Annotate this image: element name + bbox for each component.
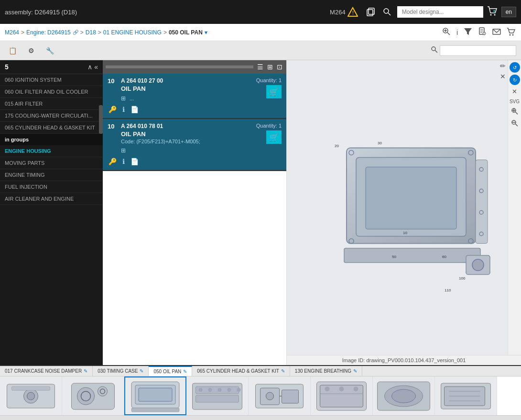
- sidebar-item-cylinder[interactable]: 065 CYLINDER HEAD & GASKET KIT: [0, 122, 103, 134]
- left-sidebar: 5 ∧ « 060 IGNITION SYSTEM 060 OIL FILTER…: [0, 60, 103, 365]
- tab-line[interactable]: 📋: [5, 45, 21, 56]
- image-zoom-in-btn[interactable]: [510, 107, 519, 117]
- sidebar-group-engine-timing[interactable]: ENGINE TIMING: [0, 169, 103, 181]
- breadcrumb-d18[interactable]: D18: [86, 29, 96, 36]
- sidebar-item-cooling[interactable]: 175 COOLING-WATER CIRCULATI...: [0, 110, 103, 122]
- breadcrumb-m264[interactable]: M264: [5, 29, 19, 36]
- thumb-svg-5: [311, 379, 372, 413]
- svg-rect-67: [131, 408, 179, 412]
- thumb-tab-4-edit-icon[interactable]: ✎: [353, 368, 357, 374]
- thumb-img-7[interactable]: [435, 377, 497, 415]
- sidebar-scrollbar[interactable]: [99, 105, 103, 134]
- thumb-tab-2[interactable]: 050 OIL PAN ✎: [149, 366, 192, 376]
- sidebar-item-ignition[interactable]: 060 IGNITION SYSTEM: [0, 74, 103, 86]
- thumb-tab-2-edit-icon[interactable]: ✎: [183, 369, 187, 374]
- info-btn[interactable]: i: [456, 28, 459, 37]
- sidebar-group-fuel-injection[interactable]: FUEL INJECTION: [0, 181, 103, 193]
- copy-icon-btn[interactable]: [364, 5, 377, 19]
- part-1-cart-btn[interactable]: 🛒: [266, 85, 282, 98]
- part-1-table-icon[interactable]: ⊞: [121, 95, 126, 102]
- thumb-scrollbar[interactable]: [0, 415, 521, 420]
- thumb-tab-1-edit-icon[interactable]: ✎: [140, 368, 143, 374]
- zoom-in-btn[interactable]: [441, 26, 452, 39]
- thumb-svg-1: [62, 379, 124, 413]
- thumb-tab-4-label: 130 ENGINE BREATHING: [295, 368, 351, 374]
- thumb-img-4[interactable]: [249, 377, 311, 415]
- model-search-input[interactable]: [397, 6, 483, 18]
- sidebar-group-engine-housing[interactable]: ENGINE HOUSING: [0, 145, 103, 157]
- thumb-tab-3[interactable]: 065 CYLINDER HEAD & GASKET KIT ✎: [192, 366, 290, 376]
- thumb-tab-1[interactable]: 030 TIMING CASE ✎: [93, 366, 149, 376]
- image-sidebar-btn2[interactable]: ↻: [510, 75, 520, 85]
- svg-marker-14: [464, 28, 472, 35]
- sidebar-close-btn[interactable]: «: [94, 63, 98, 71]
- second-search-input[interactable]: [440, 45, 516, 56]
- sidebar-collapse-btn[interactable]: ∧: [87, 63, 92, 71]
- svg-rect-2: [367, 10, 373, 16]
- search-icon-btn[interactable]: [381, 6, 393, 18]
- breadcrumb-engine[interactable]: Engine: D264915: [26, 29, 71, 36]
- image-zoom-out-btn[interactable]: [510, 119, 519, 129]
- thumb-img-1[interactable]: [62, 377, 124, 415]
- breadcrumb-dropdown-btn[interactable]: ▾: [205, 29, 207, 36]
- svg-rect-78: [282, 390, 299, 403]
- diagram-close-btn[interactable]: ✕: [500, 73, 506, 80]
- mail-btn[interactable]: [491, 26, 502, 39]
- part-2-doc-btn[interactable]: 📄: [130, 157, 140, 166]
- second-search-btn[interactable]: [431, 46, 438, 54]
- language-selector[interactable]: en: [501, 7, 516, 17]
- part-1-info-btn[interactable]: ℹ: [121, 105, 126, 114]
- part-2-qty: Quantity: 1 🛒: [256, 123, 282, 144]
- breadcrumb-actions: i 1: [441, 26, 516, 39]
- breadcrumb-engine-housing[interactable]: 01 ENGINE HOUSING: [103, 29, 162, 36]
- svg-text:1: 1: [484, 32, 485, 35]
- part-item-2: 10 A 264 010 78 01 OIL PAN Code: (F205/F…: [103, 119, 286, 171]
- warning-icon-btn[interactable]: !: [346, 5, 360, 19]
- svg-rect-29: [344, 248, 480, 263]
- diagram-edit-btn[interactable]: ✏: [500, 62, 506, 70]
- doc-btn[interactable]: 1: [477, 26, 488, 39]
- expand-view-btn[interactable]: ⊡: [276, 62, 283, 72]
- thumb-svg-7: [435, 379, 497, 413]
- part-1-key-btn[interactable]: 🔑: [108, 105, 118, 114]
- thumb-tab-4[interactable]: 130 ENGINE BREATHING ✎: [290, 366, 362, 376]
- image-sidebar-btn1[interactable]: ↺: [510, 62, 520, 73]
- part-2-cart-btn[interactable]: 🛒: [266, 130, 282, 144]
- thumb-tab-0-edit-icon[interactable]: ✎: [84, 368, 87, 374]
- part-1-doc-btn[interactable]: 📄: [130, 105, 140, 114]
- part-2-info-btn[interactable]: ℹ: [121, 157, 126, 166]
- sidebar-group-moving-parts[interactable]: MOVING PARTS: [0, 157, 103, 169]
- tab-vehicle[interactable]: 🔧: [42, 45, 58, 56]
- thumb-img-5[interactable]: [311, 377, 373, 415]
- filter-btn[interactable]: [463, 26, 473, 39]
- list-view-btn[interactable]: ☰: [256, 62, 264, 72]
- sidebar-item-oil-filter[interactable]: 060 OIL FILTER AND OIL COOLER: [0, 86, 103, 98]
- svg-text:30: 30: [378, 141, 382, 145]
- thumb-img-6[interactable]: [373, 377, 435, 415]
- thumb-img-3[interactable]: [186, 377, 249, 415]
- svg-text:50: 50: [392, 255, 396, 259]
- cart-plus-btn[interactable]: [487, 6, 498, 19]
- thumb-img-2[interactable]: [124, 377, 186, 415]
- grid-view-btn[interactable]: ⊞: [266, 62, 274, 72]
- vehicle-icon: 🔧: [46, 47, 54, 54]
- sidebar-item-air-filter[interactable]: 015 AIR FILTER: [0, 98, 103, 110]
- thumb-svg-3: [186, 379, 248, 413]
- part-2-key-btn[interactable]: 🔑: [108, 157, 118, 166]
- thumb-tab-0[interactable]: 017 CRANKCASE NOISE DAMPER ✎: [0, 366, 93, 376]
- part-1-qty: Quantity: 1 🛒: [256, 77, 282, 98]
- part-2-table-icon[interactable]: ⊞: [121, 147, 126, 154]
- part-1-code: A 264 010 27 00: [121, 77, 252, 84]
- second-nav: 📋 ⚙ 🔧: [0, 41, 521, 60]
- image-close-x-btn[interactable]: ✕: [511, 87, 518, 96]
- engine-link-icon[interactable]: 🔗: [73, 30, 78, 35]
- svg-text:20: 20: [335, 144, 339, 148]
- svg-point-89: [392, 389, 416, 403]
- image-svg-btn[interactable]: SVG: [509, 98, 521, 105]
- thumb-img-0[interactable]: [0, 377, 62, 415]
- svg-point-62: [98, 387, 108, 396]
- sidebar-group-air-cleaner[interactable]: AIR CLEANER AND ENGINE: [0, 193, 103, 205]
- tab-settings[interactable]: ⚙: [24, 45, 38, 56]
- cart-btn[interactable]: [506, 26, 516, 39]
- thumb-tab-3-edit-icon[interactable]: ✎: [281, 368, 285, 374]
